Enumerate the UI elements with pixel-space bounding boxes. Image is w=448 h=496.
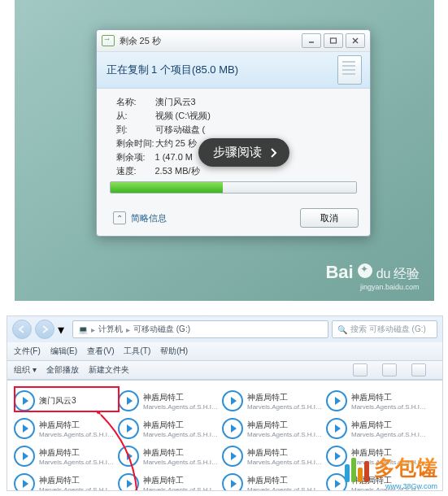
cancel-button[interactable]: 取消	[300, 208, 359, 228]
watermark-text: 多包馐	[374, 454, 437, 482]
value-name: 澳门风云3	[155, 95, 357, 109]
video-play-icon	[326, 418, 347, 439]
menu-bar: 文件(F) 编辑(E) 查看(V) 工具(T) 帮助(H)	[7, 342, 442, 361]
copy-dialog: 剩余 25 秒 正在复制 1 个项目(85.0 MB) 名称:澳门风云3 从:视…	[96, 29, 371, 237]
logo-bars-icon	[345, 456, 372, 482]
label-name: 名称:	[116, 95, 155, 109]
file-item[interactable]: 神盾局特工Marvels.Agents.of.S.H.I.E.L.D.S...	[118, 442, 222, 470]
file-item[interactable]: 神盾局特工Marvels.Agents.of.S.H.I.E.L.D.S...	[118, 415, 222, 442]
file-item[interactable]: 神盾局特工Marvels.Agents.of.S.H.I.E.L.D.S...	[14, 470, 118, 491]
preview-pane-icon[interactable]	[382, 363, 397, 376]
file-subtitle: Marvels.Agents.of.S.H.I.E.L.D.S...	[247, 459, 324, 466]
view-mode-icon[interactable]	[353, 363, 368, 376]
video-play-icon	[14, 473, 35, 491]
file-name: 神盾局特工	[143, 420, 220, 431]
file-item[interactable]: 神盾局特工Marvels.Agents.of.S.H.I.E.L.D.S...	[118, 387, 222, 415]
video-play-icon	[222, 473, 243, 491]
expand-chevron-icon[interactable]: ⌃	[113, 211, 126, 224]
step-read-popup-button[interactable]: 步骤阅读	[198, 138, 289, 167]
back-button[interactable]	[12, 320, 32, 339]
file-subtitle: Marvels.Agents.of.S.H.I.E.L.D.S...	[39, 431, 115, 438]
file-item[interactable]: 神盾局特工Marvels.Agents.of.S.H.I.E.L.D.S...	[222, 470, 326, 491]
history-dropdown-icon[interactable]: ▾	[58, 324, 69, 335]
file-item[interactable]: 神盾局特工Marvels.Agents.of.S.H.I.E.L.D.S...	[326, 415, 430, 442]
video-play-icon	[118, 418, 139, 439]
document-icon	[337, 55, 362, 85]
file-item[interactable]: 神盾局特工Marvels.Agents.of.S.H.I.E.L.D.S...	[14, 415, 118, 442]
file-subtitle: Marvels.Agents.of.S.H.I.E.L.D.S...	[351, 403, 428, 411]
video-play-icon	[14, 446, 35, 467]
file-name: 神盾局特工	[39, 475, 115, 486]
video-play-icon	[222, 418, 243, 439]
tb-newfolder[interactable]: 新建文件夹	[89, 364, 129, 376]
label-from: 从:	[116, 109, 155, 123]
file-subtitle: Marvels.Agents.of.S.H.I.E.L.D.S...	[143, 403, 220, 411]
video-play-icon	[222, 390, 243, 411]
file-name: 神盾局特工	[39, 420, 115, 431]
menu-help[interactable]: 帮助(H)	[160, 346, 188, 357]
menu-edit[interactable]: 编辑(E)	[50, 346, 77, 357]
baidu-watermark: Bai du 经验 jingyan.baidu.com	[325, 262, 419, 291]
breadcrumb-2[interactable]: 可移动磁盘 (G:)	[133, 324, 190, 335]
file-item[interactable]: 神盾局特工Marvels.Agents.of.S.H.I.E.L.D.S...	[118, 470, 222, 491]
search-input[interactable]: 🔍 搜索 可移动磁盘 (G:)	[332, 320, 437, 338]
file-name: 神盾局特工	[39, 447, 115, 459]
file-name: 神盾局特工	[143, 475, 220, 486]
tb-playall[interactable]: 全部播放	[46, 364, 79, 376]
label-speed: 速度:	[116, 164, 155, 178]
file-subtitle: Marvels.Agents.of.S.H.I.E.L.D.S...	[143, 486, 220, 492]
file-name: 神盾局特工	[247, 420, 324, 431]
forward-button[interactable]	[35, 320, 54, 339]
command-bar: 组织 ▾ 全部播放 新建文件夹	[7, 361, 442, 380]
chevron-right-icon	[270, 147, 278, 159]
paw-icon	[358, 263, 372, 278]
file-name: 神盾局特工	[247, 447, 324, 459]
file-item[interactable]: 神盾局特工Marvels.Agents.of.S.H.I.E.L.D.S...	[222, 442, 326, 470]
file-item[interactable]: 神盾局特工Marvels.Agents.of.S.H.I.E.L.D.S...	[222, 387, 326, 415]
titlebar[interactable]: 剩余 25 秒	[97, 30, 370, 52]
copying-header: 正在复制 1 个项目(85.0 MB)	[107, 63, 239, 77]
label-to: 到:	[116, 123, 155, 137]
search-placeholder: 搜索 可移动磁盘 (G:)	[350, 324, 426, 335]
video-play-icon	[14, 418, 35, 439]
watermark-url: www.38Gw.com	[345, 482, 437, 490]
video-play-icon	[222, 446, 243, 467]
maximize-button[interactable]	[324, 33, 343, 48]
file-item[interactable]: 神盾局特工Marvels.Agents.of.S.H.I.E.L.D.S...	[326, 387, 430, 415]
video-play-icon	[326, 390, 347, 411]
file-name: 神盾局特工	[143, 447, 220, 459]
site-watermark: 多包馐 www.38Gw.com	[345, 454, 437, 490]
file-subtitle: Marvels.Agents.of.S.H.I.E.L.D.S...	[247, 431, 324, 438]
breadcrumb[interactable]: 💻 ▸ 计算机 ▸ 可移动磁盘 (G:)	[72, 320, 328, 338]
baidu-url: jingyan.baidu.com	[325, 283, 419, 291]
file-item[interactable]: 神盾局特工Marvels.Agents.of.S.H.I.E.L.D.S...	[222, 415, 326, 442]
minimize-button[interactable]	[302, 33, 321, 48]
file-subtitle: Marvels.Agents.of.S.H.I.E.L.D.S...	[247, 403, 324, 411]
disk-icon: 💻	[78, 325, 88, 334]
file-name: 神盾局特工	[247, 392, 324, 403]
progress-bar	[110, 181, 357, 194]
copy-icon	[102, 35, 115, 46]
label-items: 剩余项:	[116, 150, 155, 164]
file-name: 神盾局特工	[143, 392, 220, 403]
search-icon: 🔍	[337, 325, 347, 334]
file-name: 神盾局特工	[351, 392, 428, 403]
menu-tools[interactable]: 工具(T)	[124, 346, 150, 357]
file-item[interactable]: 神盾局特工Marvels.Agents.of.S.H.I.E.L.D.S...	[14, 442, 118, 470]
menu-file[interactable]: 文件(F)	[14, 346, 41, 357]
cancel-label: 取消	[320, 212, 338, 224]
chevron-right-icon: ▸	[91, 325, 95, 334]
menu-view[interactable]: 查看(V)	[87, 346, 114, 357]
tb-organize[interactable]: 组织 ▾	[14, 364, 37, 376]
value-to: 可移动磁盘 (	[155, 123, 357, 137]
help-icon[interactable]	[411, 363, 426, 376]
file-subtitle: Marvels.Agents.of.S.H.I.E.L.D.S...	[247, 486, 324, 492]
svg-rect-1	[330, 38, 336, 43]
file-name: 神盾局特工	[351, 420, 428, 431]
value-from: 视频 (C:\视频)	[155, 109, 357, 123]
baidu-exp: 经验	[394, 266, 420, 283]
desktop-wallpaper: 剩余 25 秒 正在复制 1 个项目(85.0 MB) 名称:澳门风云3 从:视…	[15, 0, 434, 301]
close-button[interactable]	[346, 33, 365, 48]
less-info-link[interactable]: 简略信息	[131, 212, 167, 224]
breadcrumb-1[interactable]: 计算机	[98, 324, 123, 335]
